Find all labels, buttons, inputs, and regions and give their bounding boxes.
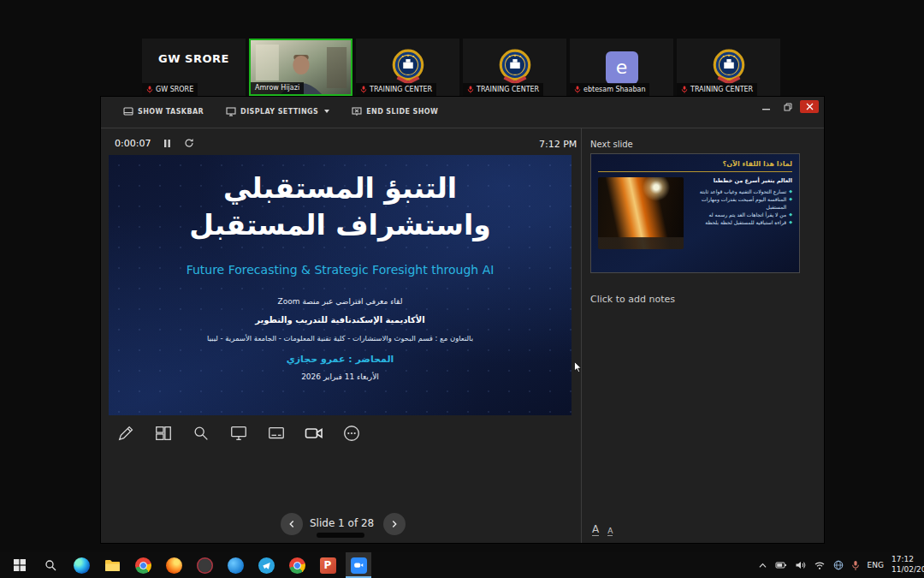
slide-counter: Slide 1 of 28 <box>310 517 374 529</box>
ellipsis-icon <box>342 424 361 443</box>
chrome-icon <box>289 557 305 574</box>
minimize-button[interactable] <box>757 100 776 113</box>
next-slide-bullet: المنافسة اليوم أصبحت بقدرات ومهارات المس… <box>689 195 792 211</box>
participant-name-label: Amrow Hijazi <box>251 82 304 94</box>
magnifier-icon <box>192 424 210 443</box>
telegram-icon <box>258 557 275 574</box>
microphone-icon[interactable] <box>851 560 860 571</box>
participant-tile-gw-srore[interactable]: GW SRORE GW SRORE <box>142 39 246 96</box>
participant-tile-training-center-1[interactable]: TRAINING CENTER <box>356 39 459 96</box>
zoom-icon <box>351 557 367 574</box>
taskbar-chrome-alt[interactable] <box>284 552 310 578</box>
language-indicator[interactable]: ENG <box>868 561 884 569</box>
timer-value: 0:00:07 <box>115 138 151 149</box>
display-settings-button[interactable]: DISPLAY SETTINGS <box>226 106 329 116</box>
window-controls <box>757 100 819 113</box>
participant-name-label: ebtesam Shaaban <box>570 83 649 96</box>
taskbar-file-explorer[interactable] <box>99 552 125 578</box>
muted-mic-icon <box>360 86 367 93</box>
participant-name-label: TRAINING CENTER <box>463 83 543 96</box>
training-center-badge-icon <box>711 48 747 87</box>
black-screen-button[interactable] <box>228 422 250 444</box>
slide-progress-bar <box>317 533 364 538</box>
show-taskbar-button[interactable]: SHOW TASKBAR <box>123 106 204 116</box>
start-button[interactable] <box>7 552 33 578</box>
windows-taskbar: P ENG 17:12 11/02/2026 <box>0 552 924 578</box>
next-slide-label: Next slide <box>590 140 633 149</box>
see-all-slides-button[interactable] <box>152 422 175 444</box>
minimize-icon <box>762 103 771 111</box>
firefox-icon <box>166 557 182 574</box>
tray-chevron-up-icon[interactable] <box>758 562 767 569</box>
end-show-icon <box>352 106 362 116</box>
muted-mic-icon <box>681 86 688 93</box>
search-icon <box>44 559 56 571</box>
windows-start-icon <box>13 558 27 572</box>
slide-lecturer-line: المحاضر : عمرو حجازي <box>287 354 394 365</box>
more-options-button[interactable] <box>341 422 363 444</box>
next-slide-button[interactable] <box>383 513 406 535</box>
opera-icon <box>197 557 213 574</box>
restart-timer-button[interactable] <box>183 137 195 149</box>
network-wifi-icon[interactable] <box>814 560 826 570</box>
toolbar-separator <box>101 128 824 128</box>
participant-tile-training-center-2[interactable]: TRAINING CENTER <box>463 39 566 96</box>
slide-meeting-type: لقاء معرفي افتراضي عبر منصة Zoom <box>278 297 403 306</box>
desktop: { "meeting": { "participants": [ { "name… <box>0 0 924 578</box>
taskbar-edge-blue[interactable] <box>222 552 248 578</box>
end-slide-show-button[interactable]: END SLIDE SHOW <box>352 106 438 116</box>
close-button[interactable] <box>800 100 819 113</box>
annotation-toolbar <box>115 422 363 444</box>
restore-button[interactable] <box>779 100 797 113</box>
next-slide-bullet: تسارع التحولات التقنية وغياب قواعد ثابتة <box>689 188 792 195</box>
camera-icon <box>304 423 324 444</box>
notes-font-increase-button[interactable]: A <box>592 523 599 536</box>
notes-placeholder: Click to add notes <box>590 285 800 305</box>
muted-mic-icon <box>467 86 474 93</box>
participant-tile-training-center-3[interactable]: TRAINING CENTER <box>677 39 780 96</box>
taskbar-opera[interactable] <box>192 552 217 578</box>
light-trails-image <box>598 177 684 249</box>
pause-timer-button[interactable] <box>161 137 173 149</box>
participant-tile-amrow-hijazi-active-speaker[interactable]: Amrow Hijazi <box>249 39 352 96</box>
speaker-notes-area[interactable]: Click to add notes <box>590 285 800 516</box>
battery-icon[interactable] <box>775 560 787 570</box>
network-globe-icon[interactable] <box>833 560 844 570</box>
subtitles-button[interactable] <box>265 422 287 444</box>
taskbar-firefox[interactable] <box>161 552 187 578</box>
camera-button[interactable] <box>303 422 325 444</box>
pen-tool-button[interactable] <box>115 422 137 444</box>
tray-date: 11/02/2026 <box>891 565 924 575</box>
participant-name-label: TRAINING CENTER <box>356 83 436 96</box>
next-slide-bullet: من لا يقرأ اتجاهات الغد يتم رسمه له <box>689 211 792 218</box>
tray-time: 17:12 <box>891 555 924 565</box>
current-slide[interactable]: التنبؤ المستقبلي واستشراف المستقبل Futur… <box>109 155 572 415</box>
slide-subtitle: Future Forecasting & Strategic Foresight… <box>187 263 495 277</box>
pen-icon <box>116 424 135 443</box>
next-slide-heading: العالم يتغير أسرع من خططنا <box>689 177 792 184</box>
taskbar-telegram[interactable] <box>253 552 279 578</box>
next-slide-thumbnail[interactable]: لماذا هذا اللقاء الآن؟ العالم يتغير أسرع… <box>590 153 800 273</box>
system-tray: ENG 17:12 11/02/2026 <box>758 555 924 575</box>
taskbar-clock[interactable]: 17:12 11/02/2026 <box>891 555 924 575</box>
taskbar-powerpoint[interactable]: P <box>315 552 341 578</box>
next-slide-bullet: قراءة استباقية للمستقبل لحظة بلحظة <box>689 218 792 226</box>
previous-slide-button[interactable] <box>281 513 303 535</box>
chevron-left-icon <box>287 519 297 529</box>
file-explorer-icon <box>104 558 121 573</box>
zoom-slide-button[interactable] <box>190 422 212 444</box>
taskbar-edge[interactable] <box>68 552 94 578</box>
taskbar-chrome[interactable] <box>130 552 156 578</box>
taskbar-zoom-active[interactable] <box>346 552 371 578</box>
avatar: e <box>606 51 638 84</box>
pause-icon <box>163 139 171 148</box>
taskbar-search-button[interactable] <box>38 552 63 578</box>
participant-tile-ebtesam-shaaban[interactable]: e ebtesam Shaaban <box>570 39 673 96</box>
chevron-down-icon <box>324 110 329 113</box>
close-icon <box>806 103 814 110</box>
participant-name-label: GW SRORE <box>142 83 198 96</box>
volume-icon[interactable] <box>795 560 806 570</box>
muted-mic-icon <box>146 86 153 93</box>
powerpoint-icon: P <box>320 557 336 574</box>
notes-font-decrease-button[interactable]: A <box>607 527 613 536</box>
